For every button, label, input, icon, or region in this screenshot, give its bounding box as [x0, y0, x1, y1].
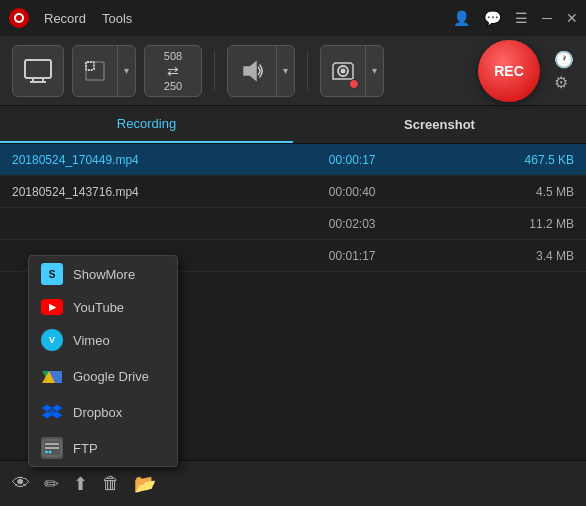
ctx-item-youtube[interactable]: ▶ YouTube [29, 292, 177, 322]
ctx-label-youtube: YouTube [73, 300, 124, 315]
clock-icon[interactable]: 🕐 [554, 50, 574, 69]
res-swap-icon: ⇄ [167, 63, 179, 79]
youtube-icon: ▶ [41, 299, 63, 315]
ctx-label-drive: Google Drive [73, 369, 149, 384]
file-duration-3: 00:02:03 [278, 217, 426, 231]
close-icon[interactable]: ✕ [566, 10, 578, 26]
menu-record[interactable]: Record [38, 9, 92, 28]
settings-icon[interactable]: ⚙ [554, 73, 574, 92]
file-duration-4: 00:01:17 [278, 249, 426, 263]
ctx-label-showmore: ShowMore [73, 267, 135, 282]
region-select-button[interactable]: ▾ [72, 45, 136, 97]
file-duration-2: 00:00:40 [278, 185, 426, 199]
webcam-control[interactable]: ▾ [320, 45, 384, 97]
monitor-capture-button[interactable] [12, 45, 64, 97]
dropbox-icon [41, 401, 63, 423]
speaker-arrow[interactable]: ▾ [276, 45, 294, 97]
webcam-arrow[interactable]: ▾ [365, 45, 383, 97]
svg-rect-7 [86, 62, 94, 70]
menu-bar: Record Tools [38, 9, 138, 28]
ctx-label-ftp: FTP [73, 441, 98, 456]
tab-bar: Recording Screenshot [0, 106, 586, 144]
speaker-control[interactable]: ▾ [227, 45, 295, 97]
ctx-item-ftp[interactable]: FTP [29, 430, 177, 466]
resolution-box[interactable]: 508 ⇄ 250 [144, 45, 202, 97]
file-list: 20180524_170449.mp4 00:00:17 467.5 KB 20… [0, 144, 586, 272]
preview-icon[interactable]: 👁 [12, 473, 30, 494]
file-size-2: 4.5 MB [426, 185, 574, 199]
context-menu: S ShowMore ▶ YouTube V Vimeo Google Driv… [28, 255, 178, 467]
ctx-item-vimeo[interactable]: V Vimeo [29, 322, 177, 358]
folder-icon[interactable]: 📂 [134, 473, 156, 495]
table-row[interactable]: 00:02:03 11.2 MB [0, 208, 586, 240]
svg-point-2 [16, 15, 22, 21]
person-icon[interactable]: 👤 [453, 10, 470, 26]
svg-point-11 [341, 68, 346, 73]
file-duration-1: 00:00:17 [278, 153, 426, 167]
upload-icon[interactable]: ⬆ [73, 473, 88, 495]
rec-button[interactable]: REC [478, 40, 540, 102]
res-height: 250 [164, 80, 182, 92]
drive-icon [41, 365, 63, 387]
minimize-icon[interactable]: ─ [542, 10, 552, 26]
chat-icon[interactable]: 💬 [484, 10, 501, 26]
titlebar: Record Tools 👤 💬 ☰ ─ ✕ [0, 0, 586, 36]
svg-point-22 [49, 451, 52, 454]
ctx-item-googledrive[interactable]: Google Drive [29, 358, 177, 394]
speaker-button[interactable] [228, 45, 276, 97]
webcam-off-badge [349, 79, 359, 89]
svg-rect-3 [25, 60, 51, 78]
svg-rect-19 [45, 443, 59, 445]
file-size-4: 3.4 MB [426, 249, 574, 263]
tab-recording[interactable]: Recording [0, 106, 293, 143]
showmore-icon: S [41, 263, 63, 285]
ctx-label-vimeo: Vimeo [73, 333, 110, 348]
rec-label: REC [494, 63, 524, 79]
toolbar-right-icons: 🕐 ⚙ [554, 50, 574, 92]
region-select-arrow[interactable]: ▾ [117, 45, 135, 97]
window-controls: 👤 💬 ☰ ─ ✕ [453, 10, 578, 26]
edit-icon[interactable]: ✏ [44, 473, 59, 495]
ctx-item-dropbox[interactable]: Dropbox [29, 394, 177, 430]
file-name-2: 20180524_143716.mp4 [12, 185, 278, 199]
tab-screenshot[interactable]: Screenshot [293, 106, 586, 143]
app-logo [8, 7, 30, 29]
menu-tools[interactable]: Tools [96, 9, 138, 28]
region-select-main[interactable] [73, 45, 117, 97]
svg-rect-20 [45, 447, 59, 449]
file-size-3: 11.2 MB [426, 217, 574, 231]
res-width: 508 [164, 50, 182, 62]
separator-2 [307, 51, 308, 91]
vimeo-icon: V [41, 329, 63, 351]
webcam-button[interactable] [321, 45, 365, 97]
file-name-1: 20180524_170449.mp4 [12, 153, 278, 167]
table-row[interactable]: 20180524_143716.mp4 00:00:40 4.5 MB [0, 176, 586, 208]
ftp-icon [41, 437, 63, 459]
delete-icon[interactable]: 🗑 [102, 473, 120, 494]
separator-1 [214, 51, 215, 91]
svg-marker-9 [244, 62, 256, 80]
ctx-item-showmore[interactable]: S ShowMore [29, 256, 177, 292]
table-row[interactable]: 20180524_170449.mp4 00:00:17 467.5 KB [0, 144, 586, 176]
file-size-1: 467.5 KB [426, 153, 574, 167]
menu-icon[interactable]: ☰ [515, 10, 528, 26]
main-toolbar: ▾ 508 ⇄ 250 ▾ ▾ [0, 36, 586, 106]
svg-point-21 [45, 451, 48, 454]
ctx-label-dropbox: Dropbox [73, 405, 122, 420]
